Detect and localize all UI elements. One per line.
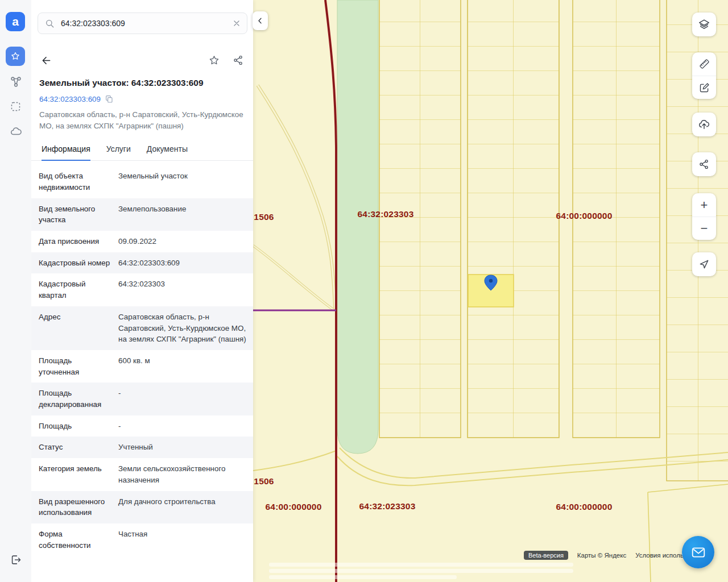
info-row-label: Кадастровый номер	[39, 257, 118, 269]
copy-icon	[105, 94, 114, 103]
info-row-value: Земли сельскохозяйственного назначения	[118, 463, 246, 485]
measure-button[interactable]	[692, 52, 716, 76]
object-header	[40, 55, 244, 66]
plus-icon: +	[701, 199, 708, 211]
search-input[interactable]	[60, 18, 232, 28]
info-row-label: Кадастровый квартал	[39, 278, 118, 301]
object-address: Саратовская область, р-н Саратовский, Ус…	[39, 109, 245, 132]
logout-button[interactable]	[9, 552, 23, 567]
zoom-out-button[interactable]: −	[692, 217, 716, 240]
upload-icon	[698, 118, 710, 131]
info-table: Вид объекта недвижимостиЗемельный участо…	[31, 165, 253, 556]
cadastral-quarter-label: 64:32:023303	[358, 209, 414, 219]
info-row-label: Площадь декларированная	[39, 388, 118, 410]
disclaimer-text	[269, 575, 457, 579]
collapse-panel-button[interactable]	[253, 11, 268, 30]
tabs: ИнформацияУслугиДокументы	[31, 139, 253, 161]
cloud-icon	[10, 125, 22, 138]
info-row-value: 09.09.2022	[118, 236, 246, 247]
services-button[interactable]	[9, 74, 23, 89]
tab-информация[interactable]: Информация	[42, 139, 90, 161]
info-row: Категория земельЗемли сельскохозяйственн…	[31, 458, 253, 490]
layers-button[interactable]	[692, 13, 716, 36]
cloud-button[interactable]	[9, 124, 23, 138]
tab-документы[interactable]: Документы	[147, 139, 188, 160]
app-logo[interactable]: a	[6, 12, 25, 31]
info-row: Площадь-	[31, 415, 253, 437]
cadastral-quarter-label: 1506	[254, 212, 274, 222]
info-row: СтатусУчтенный	[31, 436, 253, 458]
beta-badge: Beta-версия	[524, 551, 568, 560]
zoom-in-button[interactable]: +	[692, 193, 716, 217]
star-icon	[10, 51, 20, 61]
tab-услуги[interactable]: Услуги	[106, 139, 131, 160]
arrow-left-icon	[40, 55, 52, 66]
info-row-value: Для дачного строительства	[118, 496, 246, 518]
services-icon	[10, 76, 22, 88]
map-attribution: Beta-версия Карты © Яндекс Условия испол…	[524, 551, 686, 560]
map[interactable]: 150664:32:02330364:00:000000150664:00:00…	[253, 0, 728, 582]
info-row-value: -	[118, 388, 246, 410]
cadastral-quarter-label: 64:00:000000	[556, 502, 613, 512]
selection-frame-icon	[10, 101, 22, 113]
cadastral-link-row: 64:32:023303:609	[39, 94, 245, 103]
back-button[interactable]	[40, 55, 52, 66]
cadastral-number-link[interactable]: 64:32:023303:609	[39, 95, 101, 103]
clear-search-button[interactable]	[232, 19, 241, 28]
chat-button[interactable]	[682, 536, 714, 568]
info-row: Площадь декларированная-	[31, 383, 253, 415]
envelope-icon	[691, 545, 706, 560]
info-row: АдресСаратовская область, р-н Саратовски…	[31, 306, 253, 350]
left-rail: a	[0, 0, 31, 582]
terms-link[interactable]: Условия использ	[635, 552, 686, 559]
info-row-value: 64:32:023303:609	[118, 257, 246, 269]
yandex-copyright[interactable]: Карты © Яндекс	[577, 552, 626, 559]
disclaimer-text	[269, 563, 573, 567]
info-row-value: Саратовская область, р-н Саратовский, Ус…	[118, 311, 246, 345]
share-map-button[interactable]	[692, 152, 716, 176]
info-row: Кадастровый квартал64:32:023303	[31, 273, 253, 306]
app: a	[0, 0, 728, 582]
forest-area	[337, 0, 378, 454]
edit-icon	[698, 82, 710, 94]
share-object-button[interactable]	[233, 55, 244, 66]
location-arrow-icon	[698, 259, 710, 270]
cadastral-quarter-label: 64:00:000000	[556, 211, 613, 221]
info-row: Дата присвоения09.09.2022	[31, 231, 253, 252]
info-row: Вид разрешенного использованияДля дачног…	[31, 491, 253, 523]
page-title: Земельный участок: 64:32:023303:609	[39, 78, 245, 88]
map-canvas[interactable]	[253, 0, 728, 582]
info-row-value: Земельный участок	[118, 171, 246, 193]
parcel-grid	[379, 0, 728, 481]
disclaimer-text	[269, 569, 573, 573]
favorites-button[interactable]	[6, 47, 25, 66]
zoom-group: + −	[692, 193, 716, 240]
info-row-value: Частная	[118, 529, 246, 551]
info-row: Вид земельного участкаЗемлепользование	[31, 198, 253, 231]
side-panel: Земельный участок: 64:32:023303:609 64:3…	[31, 0, 253, 582]
selection-button[interactable]	[9, 99, 23, 114]
info-row-label: Категория земель	[39, 463, 118, 485]
info-row: Кадастровый номер64:32:023303:609	[31, 252, 253, 274]
info-row: Форма собственностиЧастная	[31, 523, 253, 556]
copy-button[interactable]	[105, 94, 114, 103]
exit-icon	[10, 554, 22, 566]
cadastral-quarter-label: 1506	[254, 476, 274, 487]
info-row-value: Землепользование	[118, 203, 246, 226]
draw-button[interactable]	[692, 76, 716, 99]
upload-button[interactable]	[692, 113, 716, 136]
layers-icon	[698, 18, 710, 31]
info-row-label: Статус	[39, 442, 118, 453]
info-row-label: Адрес	[39, 311, 118, 345]
search-box	[38, 13, 247, 34]
star-outline-icon	[208, 55, 220, 66]
search-icon	[45, 19, 55, 28]
cadastral-quarter-label: 64:32:023303	[359, 501, 416, 512]
locate-button[interactable]	[692, 252, 716, 276]
info-row-value: 64:32:023303	[118, 278, 246, 301]
info-row-value: -	[118, 421, 246, 432]
favorite-object-button[interactable]	[208, 55, 220, 66]
info-row: Вид объекта недвижимостиЗемельный участо…	[31, 165, 253, 198]
info-row-label: Площадь уточненная	[39, 355, 118, 377]
cadastral-quarter-label: 64:00:000000	[266, 502, 322, 512]
